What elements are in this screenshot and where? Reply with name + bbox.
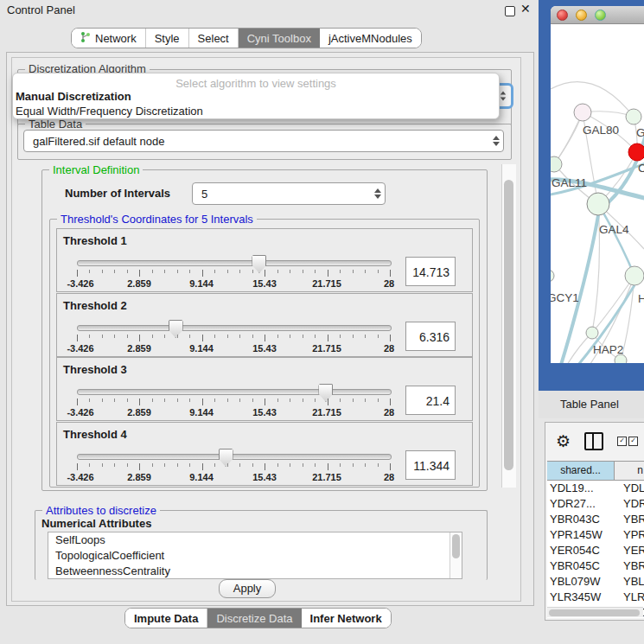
number-of-intervals-combobox[interactable]: 5 — [192, 182, 386, 205]
node-label: C — [638, 162, 644, 175]
threshold-1-value-field[interactable]: 14.713 — [405, 257, 456, 286]
network-window-titlebar — [551, 6, 644, 24]
node-label: H — [638, 292, 644, 305]
threshold-4-value-field[interactable]: 11.344 — [405, 450, 456, 480]
threshold-2-label: Threshold 2 — [63, 299, 127, 312]
attributes-group-title: Attributes to discretize — [42, 504, 160, 517]
table-row[interactable]: YER054CYER0 — [547, 543, 644, 558]
apply-button[interactable]: Apply — [219, 579, 276, 598]
numerical-attributes-label: Numerical Attributes — [41, 517, 151, 530]
node-top-right[interactable] — [626, 109, 641, 124]
table-row[interactable]: YBL079WYBL0 — [547, 574, 644, 590]
mac-close-icon[interactable] — [557, 10, 568, 21]
threshold-3-value-field[interactable]: 21.4 — [405, 386, 456, 415]
node-gcy1[interactable] — [551, 270, 554, 282]
node-h[interactable] — [625, 266, 644, 285]
combo-stepper-icon — [371, 188, 385, 199]
algorithm-dropdown-popup: Select algorithm to view settings Manual… — [12, 73, 500, 119]
threshold-3-slider[interactable] — [77, 389, 392, 395]
table-row[interactable]: YPR145WYPR1 — [547, 527, 644, 543]
table-horizontal-scrollbar[interactable] — [547, 607, 643, 617]
screen: Control Panel ✕ Network Style Select Cyn… — [0, 0, 644, 644]
node-table: shared... n YDL19...YDL1 YDR27...YDR2 YB… — [547, 461, 644, 618]
network-window: GAL80 G. C GAL11 GAL4 GCY1 H HAP2 — [551, 6, 644, 363]
node-gal11[interactable] — [551, 156, 562, 172]
table-row[interactable]: YBR043CYBR0 — [547, 512, 644, 527]
table-toolbar: ⚙ ✓ ✓ — [545, 423, 644, 459]
node-hap2[interactable] — [586, 327, 598, 339]
threshold-3-label: Threshold 3 — [63, 363, 127, 376]
tab-jactivemnodules[interactable]: jActiveMNodules — [320, 29, 421, 48]
tab-cyni-toolbox[interactable]: Cyni Toolbox — [239, 29, 320, 48]
gear-icon[interactable]: ⚙ — [556, 433, 571, 450]
column-header-name[interactable]: n — [615, 462, 644, 480]
table-row[interactable]: YDL19...YDL1 — [547, 481, 644, 496]
combo-stepper-icon — [489, 136, 503, 146]
tab-style[interactable]: Style — [146, 29, 189, 48]
threshold-4-label: Threshold 4 — [63, 428, 127, 441]
float-window-icon[interactable] — [505, 6, 515, 16]
numerical-attributes-list[interactable]: SelfLoops TopologicalCoefficient Between… — [48, 532, 462, 579]
mac-minimize-icon[interactable] — [576, 10, 587, 21]
threshold-1-label: Threshold 1 — [63, 234, 127, 247]
node-red-selected[interactable] — [628, 143, 644, 161]
number-of-intervals-value: 5 — [193, 188, 371, 201]
control-panel-tabbar: Network Style Select Cyni Toolbox jActiv… — [71, 28, 422, 48]
mac-zoom-icon[interactable] — [595, 10, 606, 21]
table-panel-titlebar: Table Panel — [539, 391, 644, 419]
table-data-title: Table Data — [25, 118, 86, 131]
list-item[interactable]: TopologicalCoefficient — [48, 548, 462, 564]
table-header: shared... n — [547, 461, 644, 481]
node-label: HAP2 — [593, 343, 623, 356]
bottom-tabbar: Impute Data Discretize Data Infer Networ… — [124, 608, 392, 628]
checkbox-icon[interactable]: ✓ — [628, 437, 638, 446]
table-row[interactable]: YDR27...YDR2 — [547, 496, 644, 512]
list-item[interactable]: SelfLoops — [48, 532, 462, 548]
threshold-1-panel: Threshold 1 -3.426 2.859 9.144 15.43 21.… — [56, 228, 473, 292]
threshold-2-panel: Threshold 2 -3.426 2.859 9.144 15.43 21.… — [56, 293, 473, 357]
table-panel-box: ⚙ ✓ ✓ shared... n YDL19...YDL1 YDR27...Y… — [545, 422, 644, 621]
node-gal80[interactable] — [574, 104, 591, 121]
node-label: GAL11 — [552, 176, 587, 189]
table-data-combobox[interactable]: galFiltered.sif default node — [23, 130, 504, 152]
node-label: G. — [636, 126, 644, 139]
algorithm-option-equal-width[interactable]: Equal Width/Frequency Discretization — [16, 105, 203, 118]
interval-definition-title: Interval Definition — [49, 163, 143, 176]
algorithm-hint: Select algorithm to view settings — [13, 77, 499, 90]
split-view-icon[interactable] — [584, 432, 603, 450]
threshold-2-slider[interactable] — [77, 325, 392, 331]
main-scrollbar[interactable] — [501, 164, 516, 488]
network-view[interactable]: GAL80 G. C GAL11 GAL4 GCY1 H HAP2 — [551, 24, 644, 363]
control-panel-title: Control Panel — [7, 3, 75, 16]
node-gal4[interactable] — [587, 193, 609, 215]
tab-network[interactable]: Network — [72, 29, 146, 48]
threshold-2-value-field[interactable]: 6.316 — [405, 322, 456, 351]
network-icon — [80, 31, 91, 46]
number-of-intervals-label: Number of Intervals — [65, 187, 170, 200]
threshold-1-slider[interactable] — [77, 260, 392, 266]
tab-select[interactable]: Select — [189, 29, 239, 48]
node-label: GAL4 — [599, 223, 629, 236]
table-panel-title: Table Panel — [560, 398, 619, 411]
node-label: GAL80 — [583, 124, 619, 137]
attributes-list-scrollbar[interactable] — [450, 532, 462, 578]
list-item[interactable]: BetweennessCentrality — [48, 564, 462, 579]
tab-discretize-data[interactable]: Discretize Data — [207, 609, 301, 628]
close-icon[interactable]: ✕ — [520, 2, 531, 16]
threshold-3-panel: Threshold 3 -3.426 2.859 9.144 15.43 21.… — [56, 357, 473, 421]
tab-impute-data[interactable]: Impute Data — [125, 609, 207, 628]
threshold-4-panel: Threshold 4 -3.426 2.859 9.144 15.43 21.… — [56, 422, 473, 486]
threshold-4-slider[interactable] — [77, 454, 392, 460]
column-header-shared-name[interactable]: shared... — [547, 462, 615, 480]
control-panel-titlebar: Control Panel ✕ — [0, 0, 538, 21]
table-row[interactable]: YLR345WYLR3 — [547, 590, 644, 605]
tab-infer-network[interactable]: Infer Network — [302, 609, 391, 628]
thresholds-group-title: Threshold's Coordinates for 5 Intervals — [57, 213, 257, 226]
checkbox-icon[interactable]: ✓ — [617, 437, 627, 446]
algorithm-option-manual[interactable]: Manual Discretization — [16, 90, 131, 103]
node-label: GCY1 — [551, 291, 579, 304]
table-data-combobox-value: galFiltered.sif default node — [24, 135, 489, 148]
table-row[interactable]: YBR045CYBR0 — [547, 558, 644, 574]
